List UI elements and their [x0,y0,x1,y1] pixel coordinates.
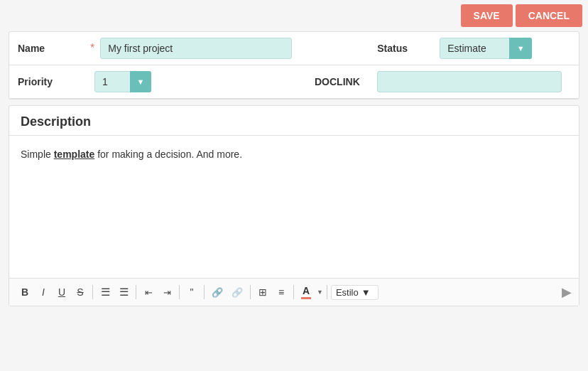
top-bar: SAVE CANCEL [0,0,588,31]
description-container: Description Simple template for making a… [9,105,579,306]
description-text-plain: Simple [21,149,54,160]
blockquote-button[interactable]: " [183,284,200,300]
doclink-input[interactable] [377,71,562,92]
font-color-button[interactable]: A [298,283,315,301]
font-color-icon: A [301,285,311,299]
divider-2 [136,285,136,299]
divider-5 [250,285,251,299]
description-header: Description [9,106,579,136]
doclink-label: DOCLINK [315,76,371,87]
name-input[interactable] [100,38,292,59]
style-selector-arrow: ▼ [361,287,371,298]
ordered-list-button[interactable]: ☰ [97,284,114,301]
name-label: Name [18,43,89,54]
italic-button[interactable]: I [35,284,52,300]
indent-left-button[interactable]: ⇤ [140,285,157,300]
unlink-button[interactable]: 🔗 [228,285,246,300]
priority-select[interactable]: 1 2 3 4 5 [94,71,151,92]
underline-button[interactable]: U [53,284,70,300]
font-color-arrow: ▼ [317,289,323,296]
description-title: Description [21,114,91,129]
bold-button[interactable]: B [16,284,33,300]
strikethrough-button[interactable]: S [72,284,89,300]
unordered-list-button[interactable]: ☰ [115,284,132,301]
divider-6 [293,285,294,299]
indent-right-button[interactable]: ⇥ [158,285,175,300]
divider-1 [92,285,93,299]
status-select-wrapper: Estimate Active Completed [440,38,532,59]
divider-3 [179,285,180,299]
editor-toolbar: B I U S ☰ ☰ ⇤ ⇥ " 🔗 🔗 ⊞ ≡ A ▼ Estilo ▼ [9,278,579,306]
scroll-indicator: ▶ [562,284,572,300]
priority-doclink-row: Priority 1 2 3 4 5 DOCLINK [9,65,579,99]
description-text-bold: template [54,149,95,160]
cancel-button[interactable]: CANCEL [516,4,582,27]
status-label: Status [377,43,434,54]
divider-7 [327,285,327,299]
priority-select-wrapper: 1 2 3 4 5 [94,71,151,92]
description-text-rest: for making a decision. And more. [94,149,242,160]
style-selector-label: Estilo [336,287,359,298]
align-button[interactable]: ≡ [273,284,290,300]
save-button[interactable]: SAVE [461,4,513,27]
link-button[interactable]: 🔗 [208,285,227,300]
form-container: Name * Status Estimate Active Completed … [9,31,579,100]
name-status-row: Name * Status Estimate Active Completed [9,32,579,65]
font-color-letter: A [303,285,310,296]
font-color-bar [301,297,311,299]
table-button[interactable]: ⊞ [254,284,271,300]
divider-4 [204,285,205,299]
required-indicator: * [90,42,94,55]
priority-label: Priority [18,76,89,87]
status-select[interactable]: Estimate Active Completed [440,38,532,59]
style-selector[interactable]: Estilo ▼ [331,285,379,300]
description-content: Simple template for making a decision. A… [9,136,579,278]
